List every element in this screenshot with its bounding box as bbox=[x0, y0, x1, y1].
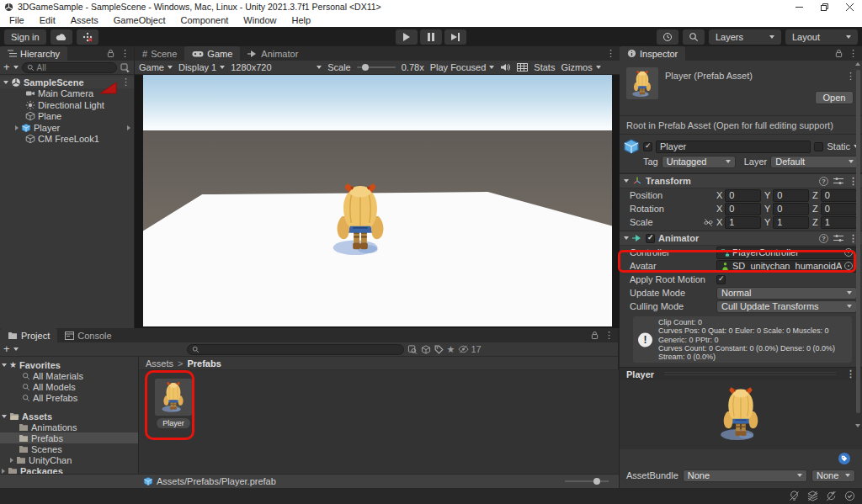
kebab-menu-icon[interactable] bbox=[849, 48, 858, 59]
scroll-up-icon[interactable] bbox=[855, 62, 860, 66]
update-mode-dropdown[interactable]: Normal bbox=[716, 287, 857, 300]
services-button[interactable] bbox=[77, 29, 98, 45]
tree-folder-animations[interactable]: Animations bbox=[0, 422, 138, 432]
hierarchy-item-main-camera[interactable]: Main Camera bbox=[0, 88, 134, 100]
assetbundle-dropdown[interactable]: None bbox=[683, 470, 807, 482]
auto-generate-lighting-off-icon[interactable] bbox=[789, 491, 800, 501]
display-popup[interactable]: Display 1 bbox=[178, 62, 225, 72]
hierarchy-item-player[interactable]: Player bbox=[0, 122, 134, 134]
foldout-open-icon[interactable] bbox=[3, 81, 8, 84]
prefab-open-arrow-icon[interactable] bbox=[127, 125, 130, 130]
search-by-type-icon[interactable] bbox=[407, 345, 418, 354]
position-x-field[interactable]: 0 bbox=[725, 189, 761, 202]
asset-grid[interactable]: Player bbox=[139, 370, 619, 474]
menu-file[interactable]: File bbox=[2, 15, 32, 25]
occlusion-off-icon[interactable] bbox=[807, 491, 818, 501]
maximize-button[interactable] bbox=[811, 0, 837, 13]
menu-edit[interactable]: Edit bbox=[32, 15, 63, 25]
menu-help[interactable]: Help bbox=[284, 15, 318, 25]
activity-ok-icon[interactable] bbox=[844, 491, 855, 501]
hierarchy-item-plane[interactable]: Plane bbox=[0, 111, 134, 123]
avatar-object-field[interactable]: SD_unitychan_humanoidAva bbox=[716, 260, 857, 273]
vsync-icon[interactable] bbox=[517, 63, 528, 72]
scale-z-field[interactable]: 1 bbox=[821, 216, 857, 229]
tree-all-prefabs[interactable]: All Prefabs bbox=[0, 392, 138, 403]
game-viewport[interactable] bbox=[143, 75, 612, 326]
hidden-count-toggle[interactable]: 17 bbox=[458, 344, 481, 354]
asset-label-button[interactable] bbox=[838, 453, 850, 464]
slider-knob[interactable] bbox=[593, 478, 600, 485]
create-dropdown-icon[interactable] bbox=[13, 347, 19, 351]
create-add-button[interactable] bbox=[3, 344, 10, 354]
tab-project[interactable]: Project bbox=[0, 328, 57, 342]
tab-console[interactable]: Console bbox=[57, 328, 119, 342]
scale-slider[interactable] bbox=[357, 66, 396, 68]
scene-options-icon[interactable] bbox=[121, 77, 130, 88]
play-button[interactable] bbox=[396, 29, 418, 45]
tab-scene[interactable]: # Scene bbox=[135, 46, 184, 61]
constrain-proportions-icon[interactable] bbox=[704, 218, 713, 227]
layers-dropdown[interactable]: Layers bbox=[709, 29, 781, 45]
menu-assets[interactable]: Assets bbox=[63, 15, 106, 25]
inspector-scrollbar[interactable] bbox=[855, 62, 861, 427]
tree-assets[interactable]: Assets bbox=[0, 411, 138, 422]
create-add-button[interactable] bbox=[3, 62, 10, 72]
active-checkbox[interactable] bbox=[643, 142, 652, 151]
lock-icon[interactable] bbox=[835, 49, 843, 58]
label-icon[interactable] bbox=[434, 345, 444, 354]
kebab-menu-icon[interactable] bbox=[604, 330, 614, 341]
kebab-menu-icon[interactable] bbox=[606, 48, 615, 59]
open-prefab-button[interactable]: Open bbox=[815, 91, 854, 104]
menu-window[interactable]: Window bbox=[236, 15, 284, 25]
tab-animator[interactable]: Animator bbox=[240, 46, 306, 61]
menu-gameobject[interactable]: GameObject bbox=[106, 15, 173, 25]
search-button[interactable] bbox=[683, 29, 705, 45]
scene-row-samplescene[interactable]: SampleScene bbox=[0, 77, 134, 88]
scene-picking-icon[interactable] bbox=[120, 63, 130, 72]
breadcrumb-root[interactable]: Assets bbox=[146, 358, 173, 369]
animator-header[interactable]: Animator bbox=[620, 231, 862, 246]
lock-icon[interactable] bbox=[591, 331, 599, 340]
rotation-y-field[interactable]: 0 bbox=[773, 203, 809, 215]
foldout-open-icon[interactable] bbox=[624, 179, 629, 183]
preview-area[interactable] bbox=[620, 380, 862, 449]
hierarchy-search-input[interactable]: All bbox=[22, 62, 117, 73]
pause-button[interactable] bbox=[420, 29, 442, 45]
scale-x-field[interactable]: 1 bbox=[725, 216, 761, 229]
presets-icon[interactable] bbox=[833, 234, 843, 242]
tree-folder-unitychan[interactable]: UnityChan bbox=[0, 454, 138, 465]
tree-folder-scenes[interactable]: Scenes bbox=[0, 443, 138, 454]
help-icon[interactable] bbox=[819, 234, 828, 243]
kebab-menu-icon[interactable] bbox=[120, 48, 130, 59]
presets-icon[interactable] bbox=[833, 177, 843, 185]
asset-item-player[interactable]: Player bbox=[152, 379, 195, 428]
lock-icon[interactable] bbox=[107, 49, 114, 58]
resolution-popup[interactable]: 1280x720 bbox=[231, 62, 322, 72]
hierarchy-item-directional-light[interactable]: Directional Light bbox=[0, 99, 134, 111]
scrollbar-thumb[interactable] bbox=[856, 70, 860, 413]
menu-component[interactable]: Component bbox=[173, 15, 236, 25]
cloud-button[interactable] bbox=[51, 29, 72, 45]
foldout-open-icon[interactable] bbox=[624, 236, 629, 240]
component-enabled-checkbox[interactable] bbox=[646, 234, 655, 243]
static-checkbox[interactable] bbox=[814, 142, 823, 151]
layout-dropdown[interactable]: Layout bbox=[785, 29, 858, 45]
close-button[interactable] bbox=[837, 0, 862, 13]
help-icon[interactable] bbox=[819, 177, 828, 186]
game-view-popup[interactable]: Game bbox=[139, 62, 173, 72]
mute-audio-icon[interactable] bbox=[500, 63, 511, 72]
preview-header[interactable]: Player bbox=[620, 367, 862, 380]
position-y-field[interactable]: 0 bbox=[773, 189, 809, 202]
controller-object-field[interactable]: PlayerController bbox=[716, 247, 857, 259]
scale-slider-knob[interactable] bbox=[362, 64, 369, 71]
step-button[interactable] bbox=[444, 29, 466, 45]
apply-root-motion-checkbox[interactable] bbox=[716, 275, 726, 284]
position-z-field[interactable]: 0 bbox=[821, 189, 857, 202]
create-dropdown-icon[interactable] bbox=[13, 66, 19, 69]
tree-all-models[interactable]: All Models bbox=[0, 381, 138, 392]
thumbnail-size-slider[interactable] bbox=[565, 480, 609, 482]
undo-history-button[interactable] bbox=[657, 29, 678, 45]
breadcrumb-current[interactable]: Prefabs bbox=[187, 358, 221, 369]
sign-in-button[interactable]: Sign in bbox=[4, 29, 46, 45]
tree-folder-prefabs[interactable]: Prefabs bbox=[0, 432, 138, 443]
